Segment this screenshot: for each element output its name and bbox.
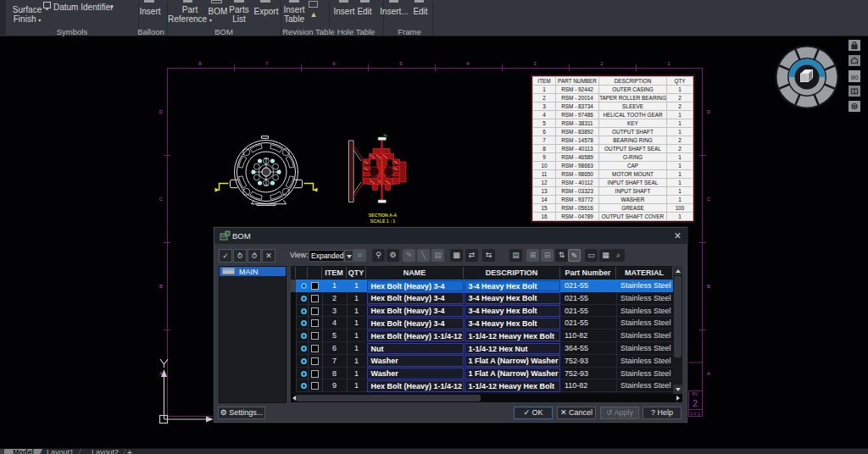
svg-text:B: B — [159, 284, 163, 289]
svg-text:D: D — [159, 109, 164, 114]
svg-text:8: 8 — [198, 61, 202, 66]
svg-text:D: D — [707, 109, 711, 114]
svg-text:SECTION A-A: SECTION A-A — [369, 213, 398, 218]
svg-text:2: 2 — [600, 61, 604, 66]
svg-text:1 V 1: 1 V 1 — [690, 411, 700, 416]
svg-text:1: 1 — [667, 61, 670, 66]
svg-text:5: 5 — [399, 61, 403, 66]
svg-text:SCALE 1 : 1: SCALE 1 : 1 — [370, 219, 396, 224]
svg-text:90: 90 — [851, 74, 859, 81]
svg-text:2: 2 — [693, 398, 698, 408]
svg-text:C: C — [707, 197, 711, 202]
svg-text:6: 6 — [332, 61, 336, 66]
svg-text:C: C — [159, 197, 164, 202]
svg-text:A: A — [707, 371, 710, 376]
svg-text:B: B — [707, 284, 710, 289]
svg-text:4: 4 — [466, 61, 470, 66]
svg-text:7: 7 — [265, 61, 269, 66]
svg-text:RV: RV — [693, 391, 699, 396]
svg-text:3: 3 — [533, 61, 537, 66]
